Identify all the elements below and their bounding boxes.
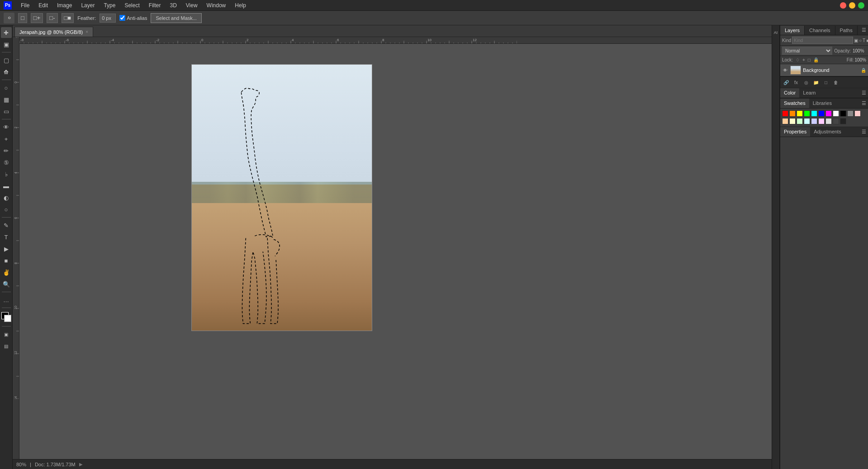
hand-tool[interactable]: ✌ — [1, 267, 12, 278]
pen-tool[interactable]: ✎ — [1, 220, 12, 231]
tab-paths[interactable]: Paths — [835, 26, 858, 35]
canvas-image[interactable] — [191, 64, 372, 331]
menu-help[interactable]: Help — [233, 1, 248, 9]
tab-channels[interactable]: Channels — [805, 26, 835, 35]
maximize-window-button[interactable] — [858, 2, 864, 9]
quick-mask-btn[interactable]: ▣ — [1, 329, 12, 340]
gradient-tool[interactable]: ◐ — [1, 192, 12, 203]
type-tool[interactable]: T — [1, 232, 12, 242]
swatch[interactable] — [847, 110, 854, 117]
heal-tool[interactable]: + — [1, 133, 12, 144]
opacity-value[interactable]: 100% — [853, 48, 866, 53]
marquee-tool[interactable]: ▢ — [1, 55, 12, 66]
blend-mode-select[interactable]: Normal — [782, 47, 832, 55]
add-mask-btn[interactable]: ◎ — [802, 78, 810, 86]
dodge-tool[interactable]: ○ — [1, 204, 12, 215]
layer-visibility-toggle[interactable]: 👁 — [782, 67, 788, 73]
filter-pixel-btn[interactable]: ▣ — [854, 36, 858, 44]
menu-file[interactable]: File — [19, 1, 31, 9]
eyedropper-tool[interactable]: 👁 — [1, 122, 12, 133]
lock-pixels-btn[interactable]: ♢ — [795, 57, 801, 63]
link-layers-btn[interactable]: 🔗 — [782, 78, 790, 86]
filter-shape-btn[interactable]: ■ — [866, 36, 868, 44]
tab-properties[interactable]: Properties — [780, 127, 810, 137]
anti-alias-checkbox[interactable] — [119, 15, 125, 21]
lasso-tool[interactable]: ⟰ — [1, 66, 12, 77]
props-panel-options[interactable]: ☰ — [860, 127, 868, 137]
swatch[interactable] — [854, 110, 861, 117]
crop-tool[interactable]: ▦ — [1, 94, 12, 105]
swatch[interactable] — [811, 110, 817, 117]
fg-bg-colors[interactable] — [1, 312, 11, 322]
menu-view[interactable]: View — [184, 1, 199, 9]
lasso-intersect-btn[interactable]: □■ — [62, 13, 74, 23]
brush-tool[interactable]: ✏ — [1, 145, 12, 156]
swatch[interactable] — [804, 118, 810, 124]
tab-libraries[interactable]: Libraries — [809, 99, 835, 108]
clone-tool[interactable]: ⑤ — [1, 157, 12, 168]
tab-close-button[interactable]: × — [85, 29, 88, 34]
menu-filter[interactable]: Filter — [147, 1, 163, 9]
tab-adjustments[interactable]: Adjustments — [810, 127, 845, 137]
frame-tool[interactable]: ▭ — [1, 106, 12, 117]
shape-tool[interactable]: ■ — [1, 255, 12, 266]
menu-type[interactable]: Type — [102, 1, 117, 9]
minimize-window-button[interactable] — [849, 2, 855, 9]
lasso-mode-btn[interactable]: □ — [18, 13, 27, 23]
select-mask-button[interactable]: Select and Mask... — [151, 13, 202, 23]
swatch[interactable] — [782, 110, 788, 117]
menu-edit[interactable]: Edit — [37, 1, 50, 9]
ai-strip-btn1[interactable]: AI — [770, 27, 781, 38]
new-group-btn[interactable]: 📁 — [812, 78, 820, 86]
lasso-add-btn[interactable]: □+ — [31, 13, 43, 23]
quick-select-tool[interactable]: ○ — [1, 82, 12, 93]
feather-input[interactable] — [100, 14, 116, 23]
swatch[interactable] — [825, 118, 832, 124]
lock-art-btn[interactable]: □ — [807, 57, 811, 63]
tab-learn[interactable]: Learn — [799, 88, 819, 98]
new-layer-btn[interactable]: □ — [822, 78, 830, 86]
background-color[interactable] — [4, 315, 11, 322]
close-window-button[interactable] — [840, 2, 846, 9]
filter-adj-btn[interactable]: ○ — [859, 36, 862, 44]
kind-search-input[interactable] — [792, 37, 853, 44]
swatch[interactable] — [840, 110, 846, 117]
layers-panel-options[interactable]: ☰ — [860, 25, 868, 35]
swatch[interactable] — [811, 118, 817, 124]
swatch[interactable] — [789, 110, 796, 117]
tab-swatches[interactable]: Swatches — [780, 99, 809, 108]
swatch[interactable] — [782, 118, 788, 124]
fill-value[interactable]: 100% — [854, 57, 866, 62]
swatch[interactable] — [797, 110, 803, 117]
status-arrow-button[interactable]: ▶ — [79, 462, 83, 467]
canvas-inner[interactable] — [19, 37, 772, 459]
history-brush[interactable]: ♭ — [1, 169, 12, 180]
lock-pos-btn[interactable]: + — [802, 57, 806, 63]
screen-mode-btn[interactable]: ▤ — [1, 341, 12, 351]
swatch[interactable] — [833, 110, 839, 117]
swatch[interactable] — [804, 110, 810, 117]
path-select-tool[interactable]: ▶ — [1, 243, 12, 254]
extra-tools[interactable]: … — [1, 294, 12, 305]
swatches-panel-options[interactable]: ☰ — [860, 99, 868, 108]
lasso-tool-options[interactable]: ⚬ — [4, 13, 14, 24]
swatch[interactable] — [789, 118, 796, 124]
menu-window[interactable]: Window — [205, 1, 228, 9]
lock-all-btn[interactable]: 🔒 — [812, 57, 820, 63]
eraser-tool[interactable]: ▬ — [1, 180, 12, 191]
move-tool[interactable]: ✚ — [1, 27, 12, 38]
zoom-tool[interactable]: 🔍 — [1, 279, 12, 289]
swatch[interactable] — [825, 110, 832, 117]
swatch[interactable] — [818, 118, 825, 124]
swatch[interactable] — [833, 118, 839, 124]
artboard-tool[interactable]: ▣ — [1, 39, 12, 50]
lasso-subtract-btn[interactable]: □- — [47, 13, 57, 23]
swatch[interactable] — [840, 118, 846, 124]
filter-type-btn[interactable]: T — [863, 36, 865, 44]
tab-color[interactable]: Color — [780, 88, 799, 98]
add-style-btn[interactable]: fx — [792, 78, 800, 86]
menu-image[interactable]: Image — [55, 1, 74, 9]
document-tab[interactable]: Jerapah.jpg @ 80% (RGB/8) × — [14, 27, 93, 37]
menu-layer[interactable]: Layer — [79, 1, 96, 9]
swatch[interactable] — [818, 110, 825, 117]
